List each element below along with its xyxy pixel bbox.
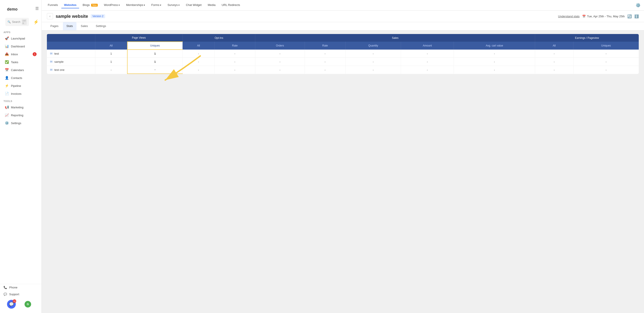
nav-surveys[interactable]: Surveys	[165, 2, 182, 8]
nav-funnels[interactable]: Funnels	[45, 2, 60, 8]
cell-all-optins-1: -	[182, 58, 214, 66]
nav-url-redirects[interactable]: URL Redirects	[219, 2, 242, 8]
support-icon: 💬	[4, 292, 7, 296]
th-rate-sales: Rate	[304, 42, 345, 50]
sidebar-item-pipeline[interactable]: ⚡ Pipeline	[1, 82, 40, 90]
page-title: sample website	[56, 14, 88, 19]
nav-media[interactable]: Media	[205, 2, 218, 8]
th-optins: Opt-Ins	[182, 34, 255, 42]
th-all-pageviews: All	[95, 42, 127, 50]
sub-tabs: Pages Stats Sales Settings	[42, 22, 644, 31]
nav-forms[interactable]: Forms	[148, 2, 164, 8]
sidebar-item-settings[interactable]: ⚙️ Settings	[1, 119, 40, 127]
profile-avatar[interactable]: G	[24, 301, 31, 307]
cell-quantity-2: -	[346, 66, 401, 74]
gear-icon[interactable]: ⚙️	[636, 3, 640, 8]
table-header-sub-row: All Uniques All Rate Orders Rate Quantit…	[47, 42, 639, 50]
menu-toggle-icon[interactable]: ☰	[35, 6, 39, 11]
nav-wordpress[interactable]: WordPress	[101, 2, 122, 8]
cell-rate-sales-1: -	[304, 58, 345, 66]
calendar-icon: 📅	[582, 15, 586, 18]
chat-bubble-badge: 10	[13, 299, 16, 303]
chat-bubble-button[interactable]: 💬 10	[7, 300, 16, 308]
info-icon[interactable]: ℹ️	[634, 14, 639, 19]
search-label: Search	[12, 21, 20, 24]
table-header-group-row: Page Views Opt-Ins Sales Earnings / Page…	[47, 34, 639, 42]
th-sales: Sales	[255, 34, 535, 42]
tab-settings[interactable]: Settings	[92, 22, 110, 30]
phone-icon: 📞	[4, 286, 7, 289]
cell-uniques-earnings-2: -	[573, 66, 639, 74]
sidebar: demo ☰ 🔍 Search ctrl K ⚡ Apps 🚀 Launchpa…	[0, 0, 42, 313]
sidebar-item-tasks[interactable]: ✅ Tasks	[1, 58, 40, 66]
nav-chat-widget[interactable]: Chat Widget	[183, 2, 204, 8]
th-name	[47, 42, 95, 50]
understand-stats-link[interactable]: Understand stats	[558, 15, 580, 18]
sidebar-item-dashboard[interactable]: 📊 Dashboard	[1, 43, 40, 50]
row-name-sample: ✉ sample	[47, 58, 95, 66]
cell-rate-optins-0: -	[214, 50, 255, 58]
invoices-icon: 📄	[5, 92, 9, 96]
th-all-optins: All	[182, 42, 214, 50]
sidebar-item-calendars[interactable]: 📅 Calendars	[1, 66, 40, 74]
cell-avg-cart-2: -	[454, 66, 535, 74]
cell-uniques-earnings-1: -	[573, 58, 639, 66]
nav-blogs[interactable]: Blogs New	[80, 2, 100, 8]
cell-uniques-earnings-0: -	[573, 50, 639, 58]
date-range-text: Tue, Apr 25th - Thu, May 25th	[587, 15, 625, 18]
main-content: Funnels Websites Blogs New WordPress Mem…	[42, 0, 644, 313]
cell-all-earnings-0: -	[535, 50, 573, 58]
sidebar-item-launchpad[interactable]: 🚀 Launchpad	[1, 35, 40, 42]
th-avg-cart: Avg. cart value	[454, 42, 535, 50]
th-uniques-pageviews: Uniques	[127, 42, 182, 50]
reporting-icon: 📈	[5, 113, 9, 117]
sidebar-phone[interactable]: 📞 Phone	[0, 284, 42, 291]
tab-pages[interactable]: Pages	[47, 22, 62, 30]
cell-uniques-pageviews-2: -	[127, 66, 182, 74]
tasks-icon: ✅	[5, 60, 9, 64]
refresh-icon[interactable]: 🔄	[627, 14, 632, 19]
nav-websites[interactable]: Websites	[61, 2, 79, 8]
th-orders: Orders	[255, 42, 304, 50]
header-right: Understand stats 📅 Tue, Apr 25th - Thu, …	[558, 14, 639, 19]
th-amount: Amount	[401, 42, 454, 50]
tab-sales[interactable]: Sales	[77, 22, 92, 30]
th-empty	[47, 34, 95, 42]
sidebar-item-invoices[interactable]: 📄 Invoices	[1, 90, 40, 97]
cell-uniques-pageviews-1: 1	[127, 58, 182, 66]
table-row: ✉ sample 1 1 - - - - - - - -	[47, 58, 639, 66]
nav-memberships[interactable]: Memberships	[123, 2, 148, 8]
lightning-icon[interactable]: ⚡	[33, 19, 39, 25]
pipeline-icon: ⚡	[5, 84, 9, 88]
launchpad-icon: 🚀	[5, 37, 9, 40]
row-name-test: ✉ test	[47, 50, 95, 58]
sidebar-item-reporting[interactable]: 📈 Reporting	[1, 111, 40, 119]
date-range-picker[interactable]: 📅 Tue, Apr 25th - Thu, May 25th	[582, 15, 625, 18]
search-icon: 🔍	[8, 21, 11, 24]
cell-all-optins-0: -	[182, 50, 214, 58]
cell-all-pageviews-0: 1	[95, 50, 127, 58]
table-area: Page Views Opt-Ins Sales Earnings / Page…	[42, 31, 644, 313]
search-shortcut: ctrl K	[22, 19, 27, 25]
sidebar-item-contacts[interactable]: 👤 Contacts	[1, 74, 40, 82]
th-earnings: Earnings / Pageview	[535, 34, 639, 42]
cell-avg-cart-0: -	[454, 50, 535, 58]
sidebar-item-marketing[interactable]: 📢 Marketing	[1, 104, 40, 111]
cell-orders-1: -	[255, 58, 304, 66]
cell-all-pageviews-1: 1	[95, 58, 127, 66]
blogs-new-badge: New	[91, 4, 98, 7]
cell-uniques-pageviews-0: 1	[127, 50, 182, 58]
table-row: ✉ test one - - - - - - - - - -	[47, 66, 639, 74]
search-bar[interactable]: 🔍 Search ctrl K	[5, 18, 29, 26]
inbox-icon: 📥	[5, 52, 9, 56]
th-rate-optins: Rate	[214, 42, 255, 50]
sidebar-item-inbox[interactable]: 📥 Inbox 1	[1, 51, 40, 58]
cell-avg-cart-1: -	[454, 58, 535, 66]
sidebar-support[interactable]: 💬 Support	[0, 291, 42, 298]
marketing-icon: 📢	[5, 105, 9, 109]
cell-rate-optins-2: -	[214, 66, 255, 74]
cell-rate-optins-1: -	[214, 58, 255, 66]
back-button[interactable]: ‹	[47, 13, 53, 19]
tab-stats[interactable]: Stats	[63, 22, 76, 30]
cell-orders-2: -	[255, 66, 304, 74]
